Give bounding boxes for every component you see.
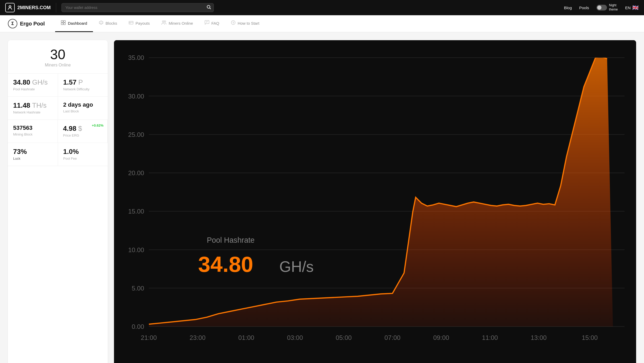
luck-cell: 73% Luck [8, 143, 58, 166]
last-block-cell: 2 days ago Last Block [58, 97, 108, 120]
pool-icon: Σ [8, 19, 17, 28]
pool-hashrate-value: 34.80 GH/s [13, 79, 53, 86]
svg-text:GH/s: GH/s [279, 258, 314, 275]
miners-label-text: Miners [45, 63, 58, 67]
nav-item-miners-online[interactable]: Miners Online [155, 15, 199, 32]
stats-row-network: 11.48 TH/s Network Hashrate 2 days ago L… [8, 97, 108, 120]
payouts-icon [129, 20, 133, 26]
price-badge: +0.62% [92, 123, 103, 127]
help-icon: ? [231, 20, 236, 26]
pools-link[interactable]: Pools [579, 6, 589, 10]
svg-text:05:00: 05:00 [336, 334, 352, 341]
nav-item-how-to-start[interactable]: ? How to Start [225, 15, 265, 32]
stats-row-price: 537563 Mining Block 4.98 $ Price ERG +0.… [8, 120, 108, 143]
network-difficulty-label: Network Difficulty [63, 87, 103, 91]
svg-text:15:00: 15:00 [582, 334, 598, 341]
nav-label-blocks: Blocks [106, 21, 117, 25]
svg-text:10.00: 10.00 [128, 246, 144, 253]
mining-block-cell: 537563 Mining Block [8, 120, 58, 143]
luck-label: Luck [13, 157, 53, 160]
nav-label-faq: FAQ [211, 21, 219, 25]
logo-text: 2MINERS.COM [17, 5, 51, 11]
night-theme-toggle[interactable]: Night theme [596, 3, 618, 12]
svg-text:5.00: 5.00 [132, 285, 144, 292]
svg-text:07:00: 07:00 [385, 334, 401, 341]
svg-rect-10 [129, 21, 133, 24]
search-button[interactable] [206, 5, 211, 11]
svg-text:Pool Hashrate: Pool Hashrate [207, 236, 255, 244]
logo-icon [5, 3, 15, 12]
last-block-value: 2 days ago [63, 102, 103, 108]
toggle-knob [597, 6, 601, 10]
svg-text:34.80: 34.80 [198, 252, 253, 277]
search-input[interactable] [61, 3, 214, 12]
blocks-icon [99, 20, 103, 26]
night-theme-label: Night theme [609, 3, 618, 12]
svg-line-3 [210, 8, 211, 9]
svg-text:15.00: 15.00 [128, 208, 144, 215]
svg-text:?: ? [232, 21, 234, 24]
nav-label-how-to-start: How to Start [238, 21, 259, 25]
svg-point-14 [164, 21, 166, 22]
svg-point-1 [10, 6, 11, 7]
svg-text:01:00: 01:00 [238, 334, 254, 341]
svg-rect-5 [64, 20, 65, 22]
blog-link[interactable]: Blog [564, 6, 572, 10]
top-nav: 2MINERS.COM Blog Pools Night theme EN [0, 0, 644, 15]
network-difficulty-value: 1.57 P [63, 79, 103, 86]
stats-row-luck: 73% Luck 1.0% Pool Fee [8, 143, 108, 166]
network-hashrate-value: 11.48 TH/s [13, 102, 53, 109]
search-area [61, 3, 214, 12]
svg-rect-7 [64, 23, 65, 25]
mining-block-value: 537563 [13, 125, 52, 131]
nav-item-blocks[interactable]: Blocks [93, 15, 123, 32]
svg-text:09:00: 09:00 [433, 334, 449, 341]
network-hashrate-label: Network Hashrate [13, 110, 53, 114]
luck-value: 73% [13, 148, 53, 155]
svg-text:13:00: 13:00 [531, 334, 547, 341]
network-difficulty-cell: 1.57 P Network Difficulty [58, 74, 108, 96]
nav-items: Dashboard Blocks [55, 15, 265, 32]
svg-rect-15 [205, 20, 209, 24]
language-selector[interactable]: EN 🇬🇧 [625, 4, 639, 11]
stats-row-hashrate: 34.80 GH/s Pool Hashrate 1.57 P Network … [8, 74, 108, 97]
svg-text:35.00: 35.00 [128, 54, 144, 61]
faq-icon [205, 20, 209, 26]
nav-item-faq[interactable]: FAQ [199, 15, 225, 32]
svg-marker-9 [100, 22, 102, 24]
miners-label: Miners Online [13, 63, 102, 68]
pool-fee-label: Pool Fee [63, 157, 103, 160]
nav-right: Blog Pools Night theme EN 🇬🇧 [564, 3, 639, 12]
svg-text:30.00: 30.00 [128, 93, 144, 100]
svg-rect-12 [129, 23, 131, 23]
dashboard-icon [61, 20, 66, 26]
svg-text:20.00: 20.00 [128, 169, 144, 177]
nav-item-dashboard[interactable]: Dashboard [55, 15, 93, 32]
price-label: Price ERG [63, 133, 102, 137]
mining-block-label: Mining Block [13, 132, 52, 136]
toggle-switch[interactable] [596, 5, 607, 11]
nav-item-payouts[interactable]: Payouts [123, 15, 155, 32]
svg-text:25.00: 25.00 [128, 131, 144, 138]
svg-text:23:00: 23:00 [190, 334, 206, 341]
lang-label: EN [625, 6, 631, 10]
pool-name: Ergo Pool [20, 21, 45, 27]
svg-text:03:00: 03:00 [287, 334, 303, 341]
pool-brand: Σ Ergo Pool [8, 19, 45, 28]
pool-fee-value: 1.0% [63, 148, 103, 155]
nav-label-dashboard: Dashboard [68, 21, 87, 25]
svg-text:11:00: 11:00 [482, 334, 498, 341]
miners-section: 30 Miners Online [8, 40, 108, 74]
svg-rect-4 [61, 20, 63, 22]
main-content: 30 Miners Online 34.80 GH/s Pool Hashrat… [0, 32, 644, 363]
network-hashrate-cell: 11.48 TH/s Network Hashrate [8, 97, 58, 120]
svg-text:21:00: 21:00 [141, 334, 157, 341]
pool-hashrate-label: Pool Hashrate [13, 87, 53, 91]
svg-point-13 [162, 21, 164, 22]
miners-icon [161, 20, 167, 26]
nav-label-miners-online: Miners Online [169, 21, 193, 25]
chart-panel: 35.00 30.00 25.00 20.00 15.00 10.00 5.00… [114, 40, 636, 363]
last-block-label: Last Block [63, 109, 103, 113]
svg-rect-6 [61, 23, 63, 25]
secondary-nav: Σ Ergo Pool Dashboard [0, 15, 644, 32]
